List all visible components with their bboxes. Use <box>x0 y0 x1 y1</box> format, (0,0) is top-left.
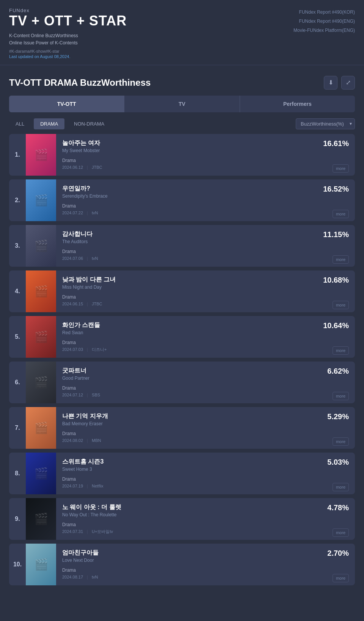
drama-more-button[interactable]: more <box>333 346 349 355</box>
sort-wrapper[interactable]: BuzzWorthiness(%) <box>296 118 355 129</box>
drama-item: 9. 🎬 노 웨이 아웃 : 더 룰렛 No Way Out : The Rou… <box>9 498 355 540</box>
drama-more-button[interactable]: more <box>333 164 349 173</box>
drama-meta: 2024.07.06 ｜ tvN <box>62 256 307 261</box>
drama-right: 4.78% more <box>313 498 355 540</box>
drama-right: 5.29% more <box>313 407 355 449</box>
drama-item: 2. 🎬 우연일까? Serendipity's Embrace Drama 2… <box>9 179 355 221</box>
drama-meta: 2024.06.15 ｜ JTBC <box>62 301 307 307</box>
brand-desc1: K-Content Online BuzzWorthiness Online I… <box>9 32 127 47</box>
drama-rank: 5. <box>9 316 26 358</box>
drama-genre: Drama <box>62 203 307 209</box>
drama-channel: Netflix <box>92 484 104 488</box>
header-link-eng[interactable]: FUNdex Report #490(ENG) <box>293 17 355 26</box>
drama-rank: 2. <box>9 179 26 221</box>
drama-channel: JTBC <box>92 165 102 170</box>
drama-thumbnail: 🎬 <box>26 179 56 221</box>
drama-channel: tvN <box>92 256 98 261</box>
header-link-kor[interactable]: FUNdex Report #490(KOR) <box>293 8 355 17</box>
drama-title-english: Love Next Door <box>62 558 307 563</box>
drama-date: 2024.08.02 <box>62 438 83 443</box>
drama-more-button[interactable]: more <box>333 392 349 400</box>
drama-item: 3. 🎬 감사합니다 The Auditors Drama 2024.07.06… <box>9 225 355 267</box>
drama-more-button[interactable]: more <box>333 437 349 446</box>
drama-info: 스위트홈 시즌3 Sweet Home 3 Drama 2024.07.19 ｜… <box>56 453 313 494</box>
filter-all-button[interactable]: ALL <box>9 118 31 129</box>
drama-meta: 2024.07.03 ｜ 디즈니+ <box>62 347 307 352</box>
drama-more-button[interactable]: more <box>333 483 349 491</box>
drama-info: 놀아주는 여자 My Sweet Mobster Drama 2024.06.1… <box>56 134 313 176</box>
drama-meta: 2024.07.19 ｜ Netflix <box>62 483 307 489</box>
drama-channel: 디즈니+ <box>92 347 107 352</box>
drama-rank: 6. <box>9 362 26 403</box>
drama-rank: 8. <box>9 453 26 494</box>
drama-channel: tvN <box>92 211 98 215</box>
brand-updated: Last updated on August 08,2024. <box>9 54 127 59</box>
tab-tv-ott[interactable]: TV-OTT <box>9 96 124 112</box>
drama-info: 감사합니다 The Auditors Drama 2024.07.06 ｜ tv… <box>56 225 313 267</box>
drama-genre: Drama <box>62 568 307 573</box>
drama-date: 2024.06.15 <box>62 302 83 306</box>
drama-right: 2.70% more <box>313 544 355 585</box>
drama-percent: 16.52% <box>323 185 349 193</box>
drama-genre: Drama <box>62 431 307 436</box>
filter-left: ALL DRAMA NON-DRAMA <box>9 118 111 129</box>
drama-meta: 2024.07.31 ｜ U+모바일tv <box>62 529 307 535</box>
drama-percent: 11.15% <box>323 230 349 239</box>
drama-meta: 2024.06.12 ｜ JTBC <box>62 165 307 170</box>
drama-thumbnail: 🎬 <box>26 134 56 176</box>
drama-meta: 2024.07.22 ｜ tvN <box>62 210 307 216</box>
drama-title-korean: 엄마친구아들 <box>62 549 307 557</box>
drama-right: 16.52% more <box>313 179 355 221</box>
filter-drama-button[interactable]: DRAMA <box>34 118 64 129</box>
drama-more-button[interactable]: more <box>333 301 349 309</box>
drama-genre: Drama <box>62 294 307 300</box>
drama-more-button[interactable]: more <box>333 574 349 582</box>
drama-title-english: Bad Memory Eraser <box>62 421 307 426</box>
drama-genre: Drama <box>62 522 307 527</box>
drama-more-button[interactable]: more <box>333 255 349 264</box>
drama-date: 2024.08.17 <box>62 575 83 579</box>
drama-title-english: Sweet Home 3 <box>62 467 307 472</box>
drama-genre: Drama <box>62 476 307 482</box>
drama-percent: 10.64% <box>323 321 349 330</box>
drama-title-korean: 나쁜 기억 지우개 <box>62 412 307 420</box>
brand-sub: FUNdex <box>9 8 127 13</box>
drama-meta: 2024.08.17 ｜ tvN <box>62 574 307 580</box>
drama-meta: 2024.08.02 ｜ MBN <box>62 438 307 443</box>
drama-title-korean: 놀아주는 여자 <box>62 139 307 147</box>
drama-meta: 2024.07.12 ｜ SBS <box>62 392 307 398</box>
drama-percent: 6.62% <box>327 367 349 376</box>
share-button[interactable]: ⤢ <box>341 76 355 90</box>
drama-right: 5.03% more <box>313 453 355 494</box>
drama-item: 10. 🎬 엄마친구아들 Love Next Door Drama 2024.0… <box>9 544 355 585</box>
filter-row: ALL DRAMA NON-DRAMA BuzzWorthiness(%) <box>9 118 355 129</box>
drama-more-button[interactable]: more <box>333 210 349 218</box>
drama-title-korean: 우연일까? <box>62 185 307 193</box>
drama-date: 2024.07.31 <box>62 529 83 534</box>
drama-right: 6.62% more <box>313 362 355 403</box>
download-button[interactable]: ⬇ <box>324 76 337 90</box>
section-title: TV-OTT DRAMA BuzzWorthiness <box>9 77 151 88</box>
drama-channel: U+모바일tv <box>92 529 113 535</box>
header-link-movie[interactable]: Movie-FUNdex Platform(ENG) <box>293 26 355 35</box>
drama-item: 7. 🎬 나쁜 기억 지우개 Bad Memory Eraser Drama 2… <box>9 407 355 449</box>
drama-date: 2024.07.06 <box>62 256 83 261</box>
drama-date: 2024.07.22 <box>62 211 83 215</box>
drama-genre: Drama <box>62 158 307 163</box>
section-title-row: TV-OTT DRAMA BuzzWorthiness ⬇ ⤢ <box>9 65 355 96</box>
drama-title-korean: 낮과 밤이 다른 그녀 <box>62 276 307 284</box>
drama-percent: 10.68% <box>323 276 349 285</box>
drama-rank: 4. <box>9 270 26 312</box>
drama-channel: JTBC <box>92 302 102 306</box>
filter-non-drama-button[interactable]: NON-DRAMA <box>67 118 111 129</box>
sort-select[interactable]: BuzzWorthiness(%) <box>296 118 355 129</box>
tab-performers[interactable]: Performers <box>240 96 355 112</box>
drama-thumbnail: 🎬 <box>26 407 56 449</box>
drama-item: 4. 🎬 낮과 밤이 다른 그녀 Miss Night and Day Dram… <box>9 270 355 312</box>
header: FUNdex TV + OTT + STAR K-Content Online … <box>0 0 364 65</box>
drama-more-button[interactable]: more <box>333 528 349 537</box>
drama-rank: 3. <box>9 225 26 267</box>
title-icons: ⬇ ⤢ <box>324 76 355 90</box>
drama-date: 2024.07.12 <box>62 393 83 397</box>
tab-tv[interactable]: TV <box>124 96 240 112</box>
